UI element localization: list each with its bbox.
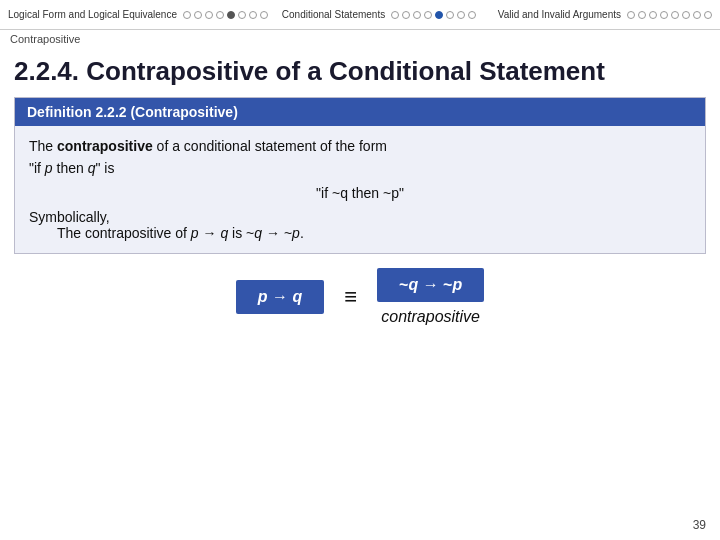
nav-middle-label: Conditional Statements xyxy=(282,9,385,20)
m-dot-7 xyxy=(457,11,465,19)
m-dot-2 xyxy=(402,11,410,19)
nav-right: Valid and Invalid Arguments xyxy=(490,9,712,20)
symbolic-detail: The contrapositive of p → q is ~q → ~p. xyxy=(29,225,691,241)
top-navigation: Logical Form and Logical Equivalence Con… xyxy=(0,0,720,30)
r-dot-8 xyxy=(704,11,712,19)
symbolic-label: Symbolically, xyxy=(29,209,691,225)
dot-7 xyxy=(249,11,257,19)
definition-line2: "if p then q" is xyxy=(29,158,691,180)
nav-left-label: Logical Form and Logical Equivalence xyxy=(8,9,177,20)
r-dot-4 xyxy=(660,11,668,19)
r-dot-3 xyxy=(649,11,657,19)
breadcrumb-text: Contrapositive xyxy=(10,33,80,45)
r-dot-2 xyxy=(638,11,646,19)
formula-left-text: p → q xyxy=(258,288,302,305)
definition-center: "if ~q then ~p" xyxy=(29,185,691,201)
r-dot-7 xyxy=(693,11,701,19)
nav-middle-dots xyxy=(391,11,476,19)
m-dot-8 xyxy=(468,11,476,19)
formula-right: ~q → ~p xyxy=(377,268,484,302)
formula-left: p → q xyxy=(236,280,324,314)
nav-right-dots xyxy=(627,11,712,19)
nav-right-label: Valid and Invalid Arguments xyxy=(498,9,621,20)
bold-contrapositive: contrapositive xyxy=(57,138,153,154)
nav-middle: Conditional Statements xyxy=(268,9,490,20)
page-number: 39 xyxy=(693,518,706,532)
dot-6 xyxy=(238,11,246,19)
dot-5 xyxy=(227,11,235,19)
page-title: 2.2.4. Contrapositive of a Conditional S… xyxy=(0,48,720,97)
r-dot-5 xyxy=(671,11,679,19)
contrapositive-label-text: contrapositive xyxy=(381,308,480,325)
formula-right-area: ~q → ~p contrapositive xyxy=(377,268,484,326)
m-dot-1 xyxy=(391,11,399,19)
formula-section: p → q ≡ ~q → ~p contrapositive xyxy=(0,268,720,326)
equiv-symbol: ≡ xyxy=(344,284,357,310)
dot-2 xyxy=(194,11,202,19)
definition-box: Definition 2.2.2 (Contrapositive) The co… xyxy=(14,97,706,254)
definition-header: Definition 2.2.2 (Contrapositive) xyxy=(15,98,705,126)
breadcrumb: Contrapositive xyxy=(0,30,720,48)
m-dot-6 xyxy=(446,11,454,19)
formula-right-text: ~q → ~p xyxy=(399,276,462,293)
dot-3 xyxy=(205,11,213,19)
dot-1 xyxy=(183,11,191,19)
m-dot-5 xyxy=(435,11,443,19)
formula-middle: ≡ xyxy=(344,284,357,310)
definition-line1: The contrapositive of a conditional stat… xyxy=(29,136,691,158)
dot-8 xyxy=(260,11,268,19)
definition-line1-text: of a conditional statement of the form xyxy=(157,138,387,154)
nav-left-dots xyxy=(183,11,268,19)
m-dot-3 xyxy=(413,11,421,19)
nav-left: Logical Form and Logical Equivalence xyxy=(8,9,268,20)
r-dot-6 xyxy=(682,11,690,19)
dot-4 xyxy=(216,11,224,19)
contrapositive-label: contrapositive xyxy=(381,308,480,326)
definition-body: The contrapositive of a conditional stat… xyxy=(15,126,705,253)
m-dot-4 xyxy=(424,11,432,19)
r-dot-1 xyxy=(627,11,635,19)
